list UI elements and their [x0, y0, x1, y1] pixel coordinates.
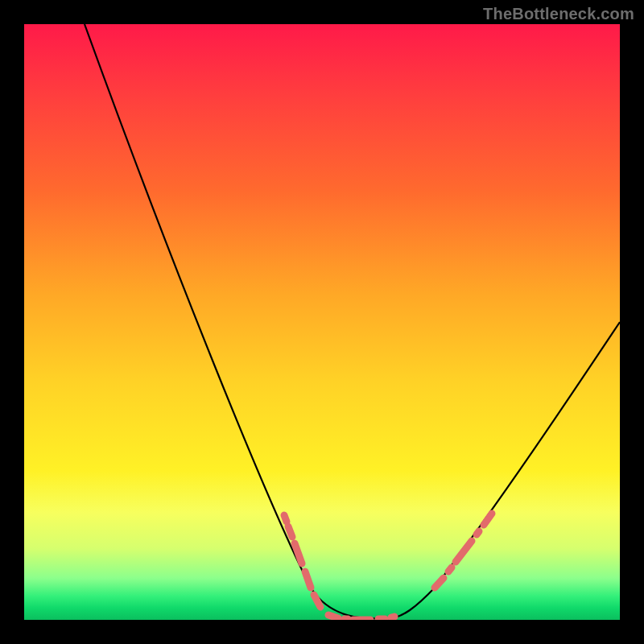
marker-dash — [314, 595, 320, 607]
marker-dash — [284, 515, 287, 522]
marker-dash — [295, 543, 302, 564]
marker-dash — [477, 531, 479, 535]
bottleneck-curve — [85, 24, 620, 619]
marker-dash — [448, 568, 452, 572]
chart-svg — [24, 24, 620, 620]
watermark-text: TheBottleneck.com — [483, 5, 634, 23]
chart-plot-area — [24, 24, 620, 620]
curve-markers — [284, 514, 492, 620]
marker-dash — [456, 541, 472, 562]
marker-dash — [484, 514, 492, 525]
marker-dash — [305, 572, 311, 588]
marker-dash — [328, 615, 338, 618]
marker-dash — [435, 578, 444, 588]
marker-dash — [391, 617, 394, 617]
marker-dash — [288, 526, 292, 537]
